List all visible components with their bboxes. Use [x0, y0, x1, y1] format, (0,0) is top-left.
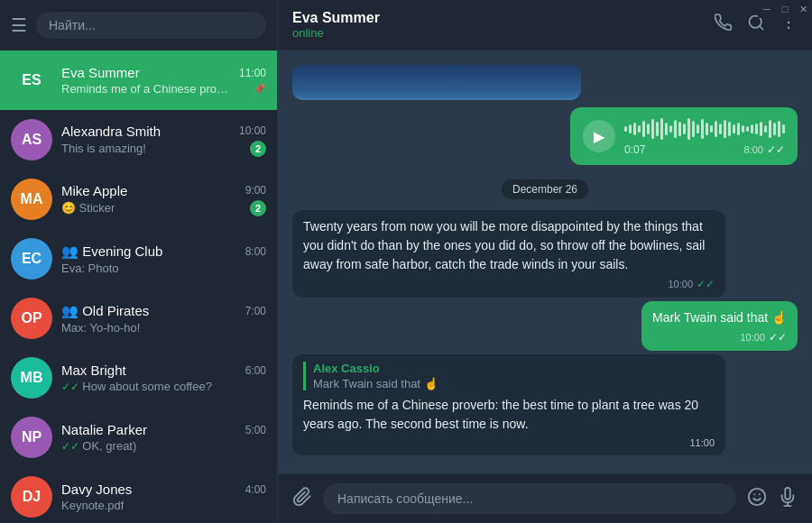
chat-name-row: Eva Summer11:00 [61, 65, 266, 80]
waveform-bar [656, 122, 659, 136]
chat-name-row: Natalie Parker5:00 [61, 422, 266, 437]
chat-time: 6:00 [245, 364, 266, 377]
waveform-bar [742, 125, 744, 133]
chat-name: Natalie Parker [61, 422, 147, 437]
chat-item-max-bright[interactable]: MBMax Bright6:00✓✓ How about some coffee… [0, 348, 277, 408]
reply-quote: Alex Cassio Mark Twain said that ☝️ [303, 362, 715, 390]
chat-header-info: Eva Summer online [292, 10, 715, 40]
image-message: Nearly missed this sunrise 7:00 [292, 65, 581, 100]
pin-icon: 📌 [253, 83, 266, 96]
waveform-bar [773, 123, 776, 135]
waveform-bar [782, 124, 785, 133]
waveform-bar [683, 124, 686, 134]
chat-name-row: Max Bright6:00 [61, 362, 266, 378]
chat-preview-row: Reminds me of a Chinese prover...📌 [61, 82, 266, 96]
chat-preview-row: ✓✓ OK, great) [61, 439, 266, 453]
waveform-bar [674, 120, 677, 138]
waveform-bar [764, 125, 767, 133]
sidebar-header: ☰ [0, 0, 277, 50]
chat-item-mike-apple[interactable]: MAMike Apple9:00😊 Sticker2 [0, 170, 277, 229]
chat-time: 4:00 [245, 483, 266, 496]
mic-icon[interactable] [778, 487, 798, 511]
hamburger-icon[interactable]: ☰ [11, 14, 27, 36]
reply-author: Alex Cassio [313, 362, 715, 375]
chat-header-status: online [292, 26, 715, 40]
chat-preview: 😊 Sticker [61, 201, 115, 215]
close-button[interactable]: ✕ [794, 0, 812, 18]
chat-item-davy-jones[interactable]: DJDavy Jones4:00Keynote.pdf [0, 467, 277, 523]
chat-name: Davy Jones [61, 482, 132, 497]
voice-tick: ✓✓ [767, 143, 785, 156]
waveform-bar [760, 122, 762, 136]
chat-preview: Eva: Photo [61, 262, 119, 275]
message-input[interactable] [323, 483, 736, 514]
waveform-bar [638, 125, 641, 133]
waveform-bar [647, 124, 650, 134]
waveform-bar [733, 124, 735, 133]
voice-time: 8:00 [744, 144, 763, 155]
chat-item-alexandra-smith[interactable]: ASAlexandra Smith10:00This is amazing!2 [0, 110, 277, 170]
chat-info: 👥 Evening Club8:00Eva: Photo [61, 243, 266, 275]
chat-item-evening-club[interactable]: EC👥 Evening Club8:00Eva: Photo [0, 229, 277, 289]
avatar: ES [11, 60, 52, 101]
waveform-bar [687, 118, 690, 140]
chat-name: 👥 Evening Club [61, 243, 162, 260]
chat-item-natalie-parker[interactable]: NPNatalie Parker5:00✓✓ OK, great) [0, 408, 277, 467]
chat-preview-row: Eva: Photo [61, 262, 266, 275]
incoming-tick: ✓✓ [697, 278, 715, 290]
waveform-bar [651, 119, 654, 139]
sidebar: ☰ ESEva Summer11:00Reminds me of a Chine… [0, 0, 278, 523]
chat-name-row: Alexandra Smith10:00 [61, 124, 266, 139]
chat-item-old-pirates[interactable]: OP👥 Old Pirates7:00Max: Yo-ho-ho! [0, 289, 277, 348]
waveform-bar [746, 126, 749, 132]
chat-info: Natalie Parker5:00✓✓ OK, great) [61, 422, 266, 453]
chat-time: 11:00 [239, 67, 266, 79]
chat-info: Eva Summer11:00Reminds me of a Chinese p… [61, 65, 266, 96]
waveform-bar [624, 126, 627, 132]
chat-preview-row: This is amazing!2 [61, 141, 266, 157]
waveform-bar [692, 121, 695, 137]
svg-point-5 [749, 488, 765, 504]
minimize-button[interactable]: ─ [758, 0, 776, 18]
chat-name-row: Mike Apple9:00 [61, 183, 266, 198]
avatar: AS [11, 119, 52, 161]
incoming-msg-text: Twenty years from now you will be more d… [303, 217, 715, 274]
chat-info: Max Bright6:00✓✓ How about some coffee? [61, 362, 266, 393]
phone-icon[interactable] [715, 14, 733, 36]
outgoing-tick: ✓✓ [769, 331, 787, 344]
reply-message: Alex Cassio Mark Twain said that ☝️ Remi… [292, 354, 725, 455]
reply-time: 11:00 [689, 437, 715, 448]
maximize-button[interactable]: □ [776, 0, 794, 18]
waveform-bar [737, 123, 740, 135]
chat-time: 5:00 [245, 424, 266, 436]
emoji-icon[interactable] [747, 487, 767, 511]
waveform-bar [633, 123, 636, 135]
chat-preview-row: Keynote.pdf [61, 499, 266, 512]
avatar: EC [11, 238, 52, 280]
chat-name-row: 👥 Old Pirates7:00 [61, 303, 266, 319]
chat-name: Eva Summer [61, 65, 140, 80]
outgoing-msg-time: 10:00 [740, 332, 765, 343]
voice-info: 0:07 8:00 ✓✓ [624, 116, 785, 156]
window-titlebar: ─ □ ✕ [758, 0, 812, 18]
waveform-bar [629, 124, 632, 133]
avatar: OP [11, 298, 52, 339]
waveform-bar [710, 125, 713, 133]
attach-icon[interactable] [292, 487, 312, 511]
waveform-bar [706, 123, 708, 135]
chat-preview: ✓✓ How about some coffee? [61, 380, 212, 393]
chat-preview-row: Max: Yo-ho-ho! [61, 321, 266, 335]
play-icon: ▶ [594, 128, 604, 145]
chat-item-eva-summer[interactable]: ESEva Summer11:00Reminds me of a Chinese… [0, 50, 277, 110]
chat-time: 7:00 [245, 305, 266, 317]
voice-message: ▶ 0:07 8:00 ✓✓ [570, 107, 798, 165]
play-button[interactable]: ▶ [583, 120, 615, 152]
voice-meta: 0:07 8:00 ✓✓ [624, 143, 785, 156]
voice-duration: 0:07 [624, 143, 645, 156]
reply-text: Mark Twain said that ☝️ [313, 377, 715, 390]
chat-header: Eva Summer online [278, 0, 812, 50]
search-input[interactable] [36, 12, 266, 39]
waveform-bar [669, 125, 672, 133]
waveform-bar [715, 121, 717, 137]
svg-line-1 [760, 26, 763, 30]
